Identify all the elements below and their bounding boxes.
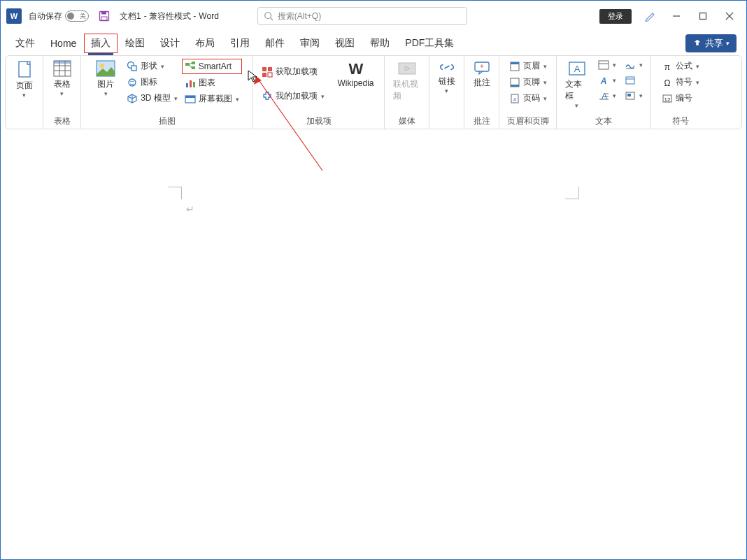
ribbon-tabs: 文件 Home 插入 绘图 设计 布局 引用 邮件 审阅 视图 帮助 PDF工具… — [1, 31, 746, 55]
svg-rect-30 — [268, 67, 272, 71]
online-video-button[interactable]: 联机视频 — [389, 59, 425, 103]
group-media: 联机视频 媒体 — [385, 56, 429, 129]
header-button[interactable]: 页眉▾ — [506, 59, 550, 73]
symbol-icon: Ω — [662, 78, 673, 87]
tab-pdf[interactable]: PDF工具集 — [397, 34, 462, 53]
my-addins-button[interactable]: 我的加载项▾ — [259, 89, 327, 103]
save-icon[interactable] — [99, 10, 110, 22]
textbox-button[interactable]: A 文本框 ▾ — [561, 59, 592, 110]
app-window: W 自动保存 关 文档1 - 兼容性模式 - Word 搜索(Alt+Q) 登录 — [0, 0, 747, 560]
pages-button[interactable]: 页面 ▾ — [12, 59, 37, 100]
word-app-icon: W — [6, 8, 22, 24]
tab-mailings[interactable]: 邮件 — [257, 34, 292, 53]
object-icon — [625, 91, 636, 101]
link-icon — [439, 60, 455, 74]
wikipedia-button[interactable]: W Wikipedia — [333, 59, 378, 89]
comment-button[interactable]: + 批注 — [469, 59, 495, 90]
svg-rect-23 — [192, 66, 195, 69]
svg-rect-45 — [599, 61, 609, 69]
object-button[interactable]: ▾ — [622, 89, 646, 102]
pages-label: 页面 — [16, 80, 33, 92]
footer-icon — [509, 77, 520, 88]
textbox-label: 文本框 — [565, 78, 588, 102]
group-comments: + 批注 批注 — [464, 56, 499, 129]
share-button[interactable]: 共享 ▾ — [685, 34, 737, 52]
equation-label: 公式 — [676, 60, 692, 72]
symbol-label: 符号 — [676, 76, 692, 88]
datetime-button[interactable] — [622, 74, 646, 87]
wordart-button[interactable]: A▾ — [595, 74, 619, 87]
tab-insert[interactable]: 插入 — [84, 34, 118, 53]
svg-rect-26 — [193, 82, 195, 87]
equation-button[interactable]: π 公式▾ — [659, 59, 702, 73]
footer-button[interactable]: 页脚▾ — [506, 75, 550, 89]
svg-rect-24 — [186, 83, 188, 87]
tab-draw[interactable]: 绘图 — [118, 34, 152, 53]
icons-label: 图标 — [141, 76, 157, 88]
shapes-button[interactable]: 形状▾ — [124, 59, 180, 73]
3dmodels-button[interactable]: 3D 模型▾ — [124, 91, 180, 106]
sigline-button[interactable]: ▾ — [622, 59, 646, 71]
toggle-icon[interactable]: 关 — [65, 10, 89, 22]
get-addins-button[interactable]: 获取加载项 — [259, 64, 327, 79]
tab-review[interactable]: 审阅 — [292, 34, 327, 53]
autosave-toggle[interactable]: 自动保存 关 — [29, 10, 89, 22]
text-mini-col2: ▾ ▾ — [622, 59, 646, 102]
icons-button[interactable]: 图标 — [124, 75, 180, 89]
hf-col: 页眉▾ 页脚▾ # 页码▾ — [506, 59, 550, 106]
close-button[interactable] — [723, 9, 737, 23]
svg-rect-1 — [101, 12, 106, 15]
wikipedia-label: Wikipedia — [337, 78, 374, 88]
pagenum-button[interactable]: # 页码▾ — [506, 91, 550, 106]
group-addins: 获取加载项 我的加载项▾ W Wikipedia 加载项 — [253, 56, 385, 129]
smartart-button[interactable]: SmartArt — [182, 59, 242, 74]
3dmodels-label: 3D 模型 — [141, 92, 171, 104]
tab-help[interactable]: 帮助 — [362, 34, 397, 53]
chart-button[interactable]: 图表 — [182, 76, 242, 90]
svg-rect-53 — [626, 77, 634, 84]
svg-rect-25 — [190, 80, 192, 87]
pagenum-icon: # — [509, 93, 520, 104]
tab-layout[interactable]: 布局 — [187, 34, 222, 53]
tab-references[interactable]: 引用 — [222, 34, 257, 53]
compat-mode-label: - 兼容性模式 - — [144, 10, 197, 22]
symbols-col: π 公式▾ Ω 符号▾ 12 编号 — [659, 59, 702, 106]
svg-rect-31 — [262, 73, 266, 77]
pictures-button[interactable]: 图片 ▾ — [92, 59, 120, 99]
tab-view[interactable]: 视图 — [327, 34, 362, 53]
text-mini-col1: ▾ A▾ A▾ — [595, 59, 619, 102]
number-button[interactable]: 12 编号 — [659, 91, 695, 106]
login-button[interactable]: 登录 — [599, 9, 632, 24]
search-input[interactable]: 搜索(Alt+Q) — [257, 7, 467, 25]
link-button[interactable]: 链接 ▾ — [434, 59, 460, 96]
group-illustrations: 图片 ▾ 形状▾ 图标 3D 模型▾ — [81, 56, 253, 129]
margin-corner-tl — [168, 187, 182, 199]
document-page[interactable]: ↵ — [86, 132, 661, 558]
svg-rect-6 — [700, 13, 706, 20]
search-placeholder: 搜索(Alt+Q) — [278, 10, 321, 22]
quickparts-button[interactable]: ▾ — [595, 59, 619, 71]
sig-icon — [625, 60, 636, 70]
tab-design[interactable]: 设计 — [152, 34, 187, 53]
header-icon — [509, 61, 520, 72]
document-area[interactable]: ↵ — [6, 132, 741, 558]
group-addins-label: 加载项 — [306, 115, 332, 127]
dropcap-icon: A — [598, 91, 609, 101]
textbox-icon: A — [568, 60, 586, 77]
autosave-label: 自动保存 — [29, 10, 62, 22]
minimize-button[interactable] — [669, 9, 683, 23]
screenshot-button[interactable]: 屏幕截图▾ — [182, 92, 242, 106]
symbol-button[interactable]: Ω 符号▾ — [659, 75, 702, 89]
maximize-button[interactable] — [696, 9, 710, 23]
tab-home[interactable]: Home — [43, 34, 84, 52]
footer-label: 页脚 — [523, 76, 540, 88]
shapes-label: 形状 — [141, 60, 157, 72]
tab-file[interactable]: 文件 — [8, 34, 43, 53]
dropcap-button[interactable]: A▾ — [595, 89, 619, 102]
table-label: 表格 — [54, 78, 71, 90]
share-label: 共享 — [705, 37, 723, 50]
table-button[interactable]: 表格 ▾ — [49, 59, 76, 99]
share-icon — [692, 38, 702, 48]
pen-icon[interactable] — [644, 10, 657, 22]
chart-icon — [185, 78, 196, 89]
